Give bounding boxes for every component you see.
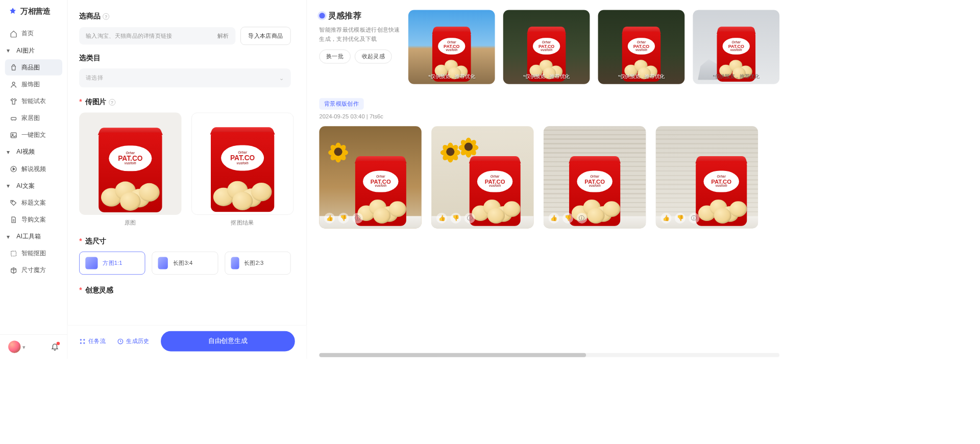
- dislike-icon[interactable]: 👎: [675, 213, 685, 224]
- product-bag-image: OrharPAT.COvusfoih: [95, 128, 165, 212]
- like-icon[interactable]: 👍: [549, 213, 559, 224]
- home-icon: [10, 30, 17, 38]
- dislike-icon[interactable]: 👎: [338, 213, 349, 224]
- notifications-button[interactable]: [51, 342, 59, 351]
- svg-point-8: [84, 339, 85, 340]
- result-card[interactable]: OrharPAT.COvusfoih 👍👎ⓘ: [319, 126, 421, 228]
- nav-group-video[interactable]: ▾ AI视频: [5, 144, 62, 160]
- like-icon[interactable]: 👍: [436, 213, 447, 224]
- section-creative: * 创意灵感: [79, 285, 291, 295]
- svg-rect-2: [11, 133, 16, 138]
- bulb-icon: [319, 13, 325, 18]
- tag-icon: [10, 199, 17, 207]
- user-menu[interactable]: ▾: [8, 340, 25, 353]
- nav-label: 标题文案: [21, 199, 46, 206]
- info-icon[interactable]: ⓘ: [464, 213, 475, 224]
- inspire-description: 智能推荐最优模板进行创意快速生成，支持优化及下载: [319, 25, 400, 43]
- scissors-icon: [10, 250, 17, 257]
- title-text: 灵感推荐: [328, 10, 361, 21]
- nav-size-magic[interactable]: 尺寸魔方: [5, 262, 62, 279]
- task-flow-link[interactable]: 任务流: [79, 337, 106, 345]
- document-icon: [10, 216, 17, 224]
- nav-apparel-image[interactable]: 服饰图: [5, 76, 62, 92]
- config-panel: 选商品 ? 输入淘宝、天猫商品的详情页链接 解析 导入本店商品 选类目 请选择 …: [68, 0, 307, 359]
- ratio-icon: [231, 257, 239, 269]
- import-store-button[interactable]: 导入本店商品: [240, 27, 291, 45]
- nav-label: 智能抠图: [21, 250, 46, 257]
- dislike-icon[interactable]: 👎: [562, 213, 573, 224]
- collapse-button[interactable]: 收起灵感: [355, 50, 392, 63]
- nav-smart-cutout[interactable]: 智能抠图: [5, 245, 62, 262]
- refresh-button[interactable]: 换一批: [319, 50, 350, 63]
- cutout-image-card[interactable]: OrharPAT.COvusfoih 抠图结果: [191, 113, 293, 227]
- nav-guide-copy[interactable]: 导购文案: [5, 212, 62, 228]
- section-select-size: * 选尺寸: [79, 236, 291, 246]
- result-card[interactable]: OrharPAT.COvusfoih 👍👎ⓘ: [431, 126, 533, 228]
- size-label: 长图2:3: [244, 259, 263, 267]
- horizontal-scrollbar[interactable]: [319, 353, 779, 357]
- category-select[interactable]: 请选择 ⌄: [79, 68, 291, 87]
- size-option-1-1[interactable]: 方图1:1: [79, 252, 145, 275]
- info-icon[interactable]: ⓘ: [689, 213, 699, 224]
- input-placeholder: 输入淘宝、天猫商品的详情页链接: [86, 32, 217, 40]
- batch-meta: 2024-09-25 03:40 | 7ts6c: [319, 113, 779, 119]
- svg-point-3: [12, 134, 13, 135]
- inspire-thumb-forest2[interactable]: OrharPAT.COvusfoih *仅供预览，推荐优化: [598, 10, 685, 84]
- generate-button[interactable]: 自由创意生成: [161, 331, 295, 352]
- original-image-card[interactable]: OrharPAT.COvusfoih 原图: [79, 113, 181, 227]
- help-icon[interactable]: ?: [103, 13, 109, 19]
- image-icon: [10, 131, 17, 139]
- inspire-thumb-forest[interactable]: OrharPAT.COvusfoih *仅供预览，推荐优化: [503, 10, 590, 84]
- info-icon[interactable]: ⓘ: [577, 213, 587, 224]
- config-footer: 任务流 生成历史 自由创意生成: [68, 325, 307, 359]
- preview-note: *仅供预览，推荐优化: [503, 73, 590, 80]
- nav-group-tools[interactable]: ▾ AI工具箱: [5, 229, 62, 245]
- nav-product-image[interactable]: 商品图: [5, 59, 62, 76]
- ratio-icon: [158, 257, 168, 269]
- nav-home[interactable]: 首页: [5, 26, 62, 42]
- nav-label: 一键图文: [21, 131, 46, 139]
- result-card[interactable]: OrharPAT.COvusfoih 👍👎ⓘ: [544, 126, 646, 228]
- nav-group-image[interactable]: ▾ AI图片: [5, 42, 62, 59]
- nav-title-copy[interactable]: 标题文案: [5, 194, 62, 211]
- dislike-icon[interactable]: 👎: [450, 213, 461, 224]
- nav-explain-video[interactable]: 解说视频: [5, 161, 62, 177]
- info-icon[interactable]: ⓘ: [352, 213, 363, 224]
- nav-label: AI图片: [16, 46, 35, 54]
- batch-label[interactable]: 背景模版创作: [319, 98, 363, 110]
- preview-note: *仅供预览，推荐优化: [408, 73, 495, 80]
- shirt-icon: [10, 97, 17, 105]
- parse-button[interactable]: 解析: [217, 32, 229, 40]
- history-link[interactable]: 生成历史: [117, 337, 149, 345]
- sofa-icon: [10, 114, 17, 122]
- nav-smart-tryon[interactable]: 智能试衣: [5, 93, 62, 110]
- inspire-thumb-beach[interactable]: OrharPAT.COvusfoih *仅供预览，推荐优化: [408, 10, 495, 84]
- like-icon[interactable]: 👍: [660, 213, 671, 224]
- nav-one-click[interactable]: 一键图文: [5, 127, 62, 143]
- svg-point-5: [12, 201, 13, 202]
- size-label: 长图3:4: [173, 259, 192, 267]
- product-url-input[interactable]: 输入淘宝、天猫商品的详情页链接 解析: [79, 27, 235, 44]
- cube-icon: [10, 266, 17, 274]
- link-label: 生成历史: [126, 337, 149, 345]
- chevron-down-icon: ▾: [7, 182, 10, 190]
- inspire-title: 灵感推荐: [319, 10, 400, 21]
- inspire-thumb-rock[interactable]: OrharPAT.COvusfoih *仅供预览，推荐优化: [693, 10, 779, 84]
- nav-group-copy[interactable]: ▾ AI文案: [5, 178, 62, 194]
- brand-name: 万相营造: [20, 7, 50, 16]
- help-icon[interactable]: ?: [109, 99, 115, 106]
- like-icon[interactable]: 👍: [324, 213, 335, 224]
- size-option-3-4[interactable]: 长图3:4: [152, 252, 218, 275]
- nav-label: 首页: [21, 30, 34, 37]
- section-label: 传图片: [85, 97, 106, 107]
- logo: 万相营造: [0, 0, 67, 23]
- nav-label: 导购文案: [21, 216, 46, 224]
- result-card[interactable]: OrharPAT.COvusfoih 👍👎ⓘ: [656, 126, 758, 228]
- section-label: 选类目: [79, 53, 100, 63]
- logo-icon: [8, 7, 17, 16]
- size-option-2-3[interactable]: 长图2:3: [225, 252, 291, 275]
- nav-home-image[interactable]: 家居图: [5, 110, 62, 127]
- chevron-down-icon: ▾: [7, 47, 10, 55]
- scrollbar-thumb[interactable]: [319, 353, 586, 357]
- svg-rect-6: [11, 251, 16, 256]
